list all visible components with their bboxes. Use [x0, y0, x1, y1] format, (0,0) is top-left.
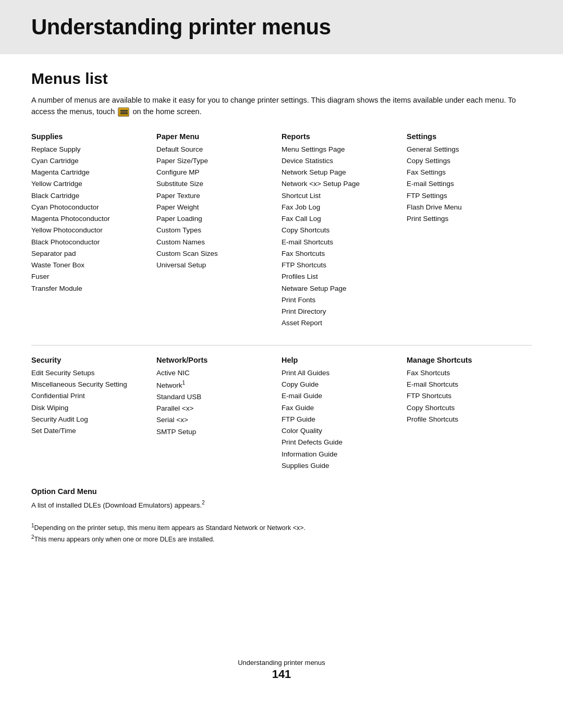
item-yellow-photoconductor: Yellow Photoconductor: [31, 225, 146, 236]
page-wrapper: Understanding printer menus Menus list A…: [0, 0, 563, 728]
footnotes: 1Depending on the printer setup, this me…: [31, 522, 532, 545]
item-email-settings: E-mail Settings: [407, 178, 521, 190]
item-network: Network1: [156, 379, 271, 391]
item-fax-call-log: Fax Call Log: [282, 213, 396, 225]
section-heading: Menus list: [31, 70, 532, 88]
column-header-reports: Reports: [282, 132, 396, 141]
item-fuser: Fuser: [31, 271, 146, 282]
item-fax-shortcuts: Fax Shortcuts: [282, 248, 396, 260]
column-header-network-ports: Network/Ports: [156, 356, 271, 364]
option-card-section: Option Card Menu A list of installed DLE…: [31, 487, 532, 511]
item-security-audit-log: Security Audit Log: [31, 414, 146, 425]
item-asset-report: Asset Report: [282, 317, 396, 329]
item-transfer-module: Transfer Module: [31, 283, 146, 294]
item-active-nic: Active NIC: [156, 367, 271, 379]
item-information-guide: Information Guide: [282, 449, 396, 460]
item-misc-security-setting: Miscellaneous Security Setting: [31, 379, 146, 390]
item-paper-weight: Paper Weight: [156, 202, 271, 213]
column-header-help: Help: [282, 356, 396, 364]
item-copy-settings: Copy Settings: [407, 155, 521, 167]
item-yellow-cartridge: Yellow Cartridge: [31, 178, 146, 190]
item-manage-profile-shortcuts: Profile Shortcuts: [407, 414, 521, 425]
item-manage-copy-shortcuts: Copy Shortcuts: [407, 402, 521, 414]
page-title: Understanding printer menus: [31, 15, 532, 40]
item-print-settings: Print Settings: [407, 213, 521, 225]
item-print-defects-guide: Print Defects Guide: [282, 437, 396, 448]
intro-paragraph: A number of menus are available to make …: [31, 95, 532, 118]
item-print-fonts: Print Fonts: [282, 294, 396, 306]
item-custom-types: Custom Types: [156, 225, 271, 236]
page-footer: Understanding printer menus 141: [0, 638, 563, 697]
item-print-all-guides: Print All Guides: [282, 367, 396, 379]
column-header-settings: Settings: [407, 132, 521, 141]
intro-text-after: on the home screen.: [132, 107, 201, 116]
item-fax-settings: Fax Settings: [407, 167, 521, 178]
item-magenta-photoconductor: Magenta Photoconductor: [31, 213, 146, 225]
item-paper-size-type: Paper Size/Type: [156, 155, 271, 167]
item-profiles-list: Profiles List: [282, 271, 396, 282]
item-device-statistics: Device Statistics: [282, 155, 396, 167]
item-replace-supply: Replace Supply: [31, 144, 146, 155]
item-print-directory: Print Directory: [282, 306, 396, 317]
item-manage-fax-shortcuts: Fax Shortcuts: [407, 367, 521, 379]
content-area: Menus list A number of menus are availab…: [0, 70, 563, 638]
item-network-x-setup-page: Network <x> Setup Page: [282, 178, 396, 190]
item-configure-mp: Configure MP: [156, 167, 271, 178]
item-copy-shortcuts: Copy Shortcuts: [282, 225, 396, 236]
item-paper-loading: Paper Loading: [156, 213, 271, 225]
menus-grid-row1: Supplies Replace Supply Cyan Cartridge M…: [31, 132, 532, 329]
item-flash-drive-menu: Flash Drive Menu: [407, 202, 521, 213]
intro-text-before: A number of menus are available to make …: [31, 96, 516, 116]
item-universal-setup: Universal Setup: [156, 260, 271, 271]
column-header-paper-menu: Paper Menu: [156, 132, 271, 141]
item-supplies-guide: Supplies Guide: [282, 460, 396, 472]
item-ftp-shortcuts: FTP Shortcuts: [282, 260, 396, 271]
footnote-1: 1Depending on the printer setup, this me…: [31, 522, 532, 533]
item-color-quality: Color Quality: [282, 425, 396, 437]
option-card-text: A list of installed DLEs (Download Emula…: [31, 499, 532, 511]
footer-label: Understanding printer menus: [238, 659, 325, 667]
item-black-cartridge: Black Cartridge: [31, 190, 146, 202]
item-cyan-photoconductor: Cyan Photoconductor: [31, 202, 146, 213]
column-help: Help Print All Guides Copy Guide E-mail …: [282, 356, 407, 472]
item-parallel-x: Parallel <x>: [156, 403, 271, 414]
column-header-supplies: Supplies: [31, 132, 146, 141]
item-custom-scan-sizes: Custom Scan Sizes: [156, 248, 271, 260]
item-fax-job-log: Fax Job Log: [282, 202, 396, 213]
option-card-header: Option Card Menu: [31, 487, 532, 496]
item-copy-guide: Copy Guide: [282, 379, 396, 390]
item-email-shortcuts: E-mail Shortcuts: [282, 237, 396, 248]
footer-page-number: 141: [272, 668, 291, 681]
column-settings: Settings General Settings Copy Settings …: [407, 132, 532, 329]
item-fax-guide: Fax Guide: [282, 402, 396, 414]
item-paper-texture: Paper Texture: [156, 190, 271, 202]
item-smtp-setup: SMTP Setup: [156, 426, 271, 438]
item-netware-setup-page: Netware Setup Page: [282, 283, 396, 294]
column-manage-shortcuts: Manage Shortcuts Fax Shortcuts E-mail Sh…: [407, 356, 532, 472]
column-network-ports: Network/Ports Active NIC Network1 Standa…: [156, 356, 282, 472]
item-separator-pad: Separator pad: [31, 248, 146, 260]
item-shortcut-list: Shortcut List: [282, 190, 396, 202]
item-manage-ftp-shortcuts: FTP Shortcuts: [407, 390, 521, 402]
item-menu-settings-page: Menu Settings Page: [282, 144, 396, 155]
item-edit-security-setups: Edit Security Setups: [31, 367, 146, 379]
column-supplies: Supplies Replace Supply Cyan Cartridge M…: [31, 132, 156, 329]
item-substitute-size: Substitute Size: [156, 178, 271, 190]
item-confidential-print: Confidential Print: [31, 390, 146, 402]
item-standard-usb: Standard USB: [156, 391, 271, 403]
column-reports: Reports Menu Settings Page Device Statis…: [282, 132, 407, 329]
item-manage-email-shortcuts: E-mail Shortcuts: [407, 379, 521, 390]
menu-icon: [118, 107, 129, 117]
item-default-source: Default Source: [156, 144, 271, 155]
item-general-settings: General Settings: [407, 144, 521, 155]
column-paper-menu: Paper Menu Default Source Paper Size/Typ…: [156, 132, 282, 329]
item-serial-x: Serial <x>: [156, 414, 271, 426]
item-email-guide: E-mail Guide: [282, 390, 396, 402]
column-security: Security Edit Security Setups Miscellane…: [31, 356, 156, 472]
item-network-setup-page: Network Setup Page: [282, 167, 396, 178]
item-cyan-cartridge: Cyan Cartridge: [31, 155, 146, 167]
section-divider: [31, 345, 532, 346]
item-disk-wiping: Disk Wiping: [31, 402, 146, 414]
title-banner: Understanding printer menus: [0, 0, 563, 54]
column-header-manage-shortcuts: Manage Shortcuts: [407, 356, 521, 364]
